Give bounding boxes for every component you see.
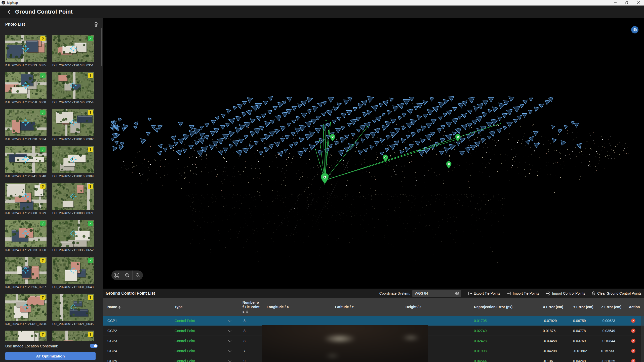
- photo-item[interactable]: ✓DJI_20240517121333_0650...: [5, 220, 47, 251]
- photo-status-badge: ?: [40, 258, 46, 263]
- photo-filename: DJI_20240517120741_0348...: [5, 174, 47, 178]
- gcp-cell-x_err: 0.01876: [542, 329, 572, 333]
- delete-gcp-button[interactable]: ×: [631, 329, 635, 333]
- gcp-type-dropdown[interactable]: Control Point: [174, 349, 242, 353]
- gcp-marker[interactable]: [330, 134, 335, 141]
- photo-list-sidebar: Photo List ?DJI_20240517120813_0385...✓D…: [0, 18, 103, 362]
- gcp-type-dropdown[interactable]: Control Point: [174, 359, 242, 362]
- zoom-out-button[interactable]: [133, 270, 143, 280]
- photo-filename: DJI_20240517120743_0351...: [52, 63, 94, 67]
- photo-filename: DJI_20240517121335_0652...: [52, 248, 94, 252]
- back-button[interactable]: [6, 9, 13, 15]
- restore-button[interactable]: [621, 0, 632, 6]
- gcp-type-value: Control Point: [175, 339, 195, 343]
- gcp-type-value: Control Point: [175, 359, 195, 362]
- photo-status-badge: ?: [88, 73, 93, 78]
- photo-item[interactable]: ?: [5, 331, 47, 341]
- photo-item[interactable]: ✓DJI_20240517121331_0648...: [52, 257, 94, 288]
- screenshot-camera-button[interactable]: [631, 26, 638, 33]
- delete-gcp-button[interactable]: ×: [631, 359, 635, 362]
- photo-filename: DJI_20240517121333_0650...: [5, 248, 47, 252]
- gcp-crosshair-icon: [70, 193, 77, 200]
- photo-status-badge: ?: [40, 295, 46, 300]
- photo-item[interactable]: ?DJI_20240517120800_0371...: [52, 183, 94, 214]
- photo-item[interactable]: ✓DJI_20240517121320_0634...: [5, 109, 47, 141]
- export-icon: [468, 291, 472, 295]
- gcp-cell-y_err: 0.06759: [572, 319, 600, 323]
- delete-photos-button[interactable]: [94, 22, 99, 27]
- gcp-crosshair-icon: [22, 45, 29, 52]
- photo-filename: DJI_20240517120810_0382...: [52, 137, 94, 141]
- 3d-viewport[interactable]: [103, 18, 644, 289]
- gcp-crosshair-icon: [70, 230, 77, 237]
- photo-item[interactable]: ✓DJI_20240517120743_0351...: [52, 35, 94, 67]
- export-tie-points-button[interactable]: Export Tie Points: [468, 291, 500, 295]
- page-title: Ground Control Point: [15, 9, 73, 15]
- gcp-cell-reproj: 0.04544: [473, 359, 542, 362]
- column-header-reproj: Reprojection Error (px): [473, 298, 542, 316]
- gcp-cell-reproj: 0.01908: [473, 349, 542, 353]
- gcp-type-dropdown[interactable]: Control Point: [174, 329, 242, 333]
- fit-view-icon: [114, 273, 119, 278]
- column-header-z_err: Z Error (cm): [600, 298, 628, 316]
- photo-thumbnail: ?: [52, 146, 94, 173]
- image-location-constraint-toggle[interactable]: [90, 344, 98, 348]
- close-button[interactable]: [632, 0, 644, 6]
- coordinate-system-input[interactable]: WGS 84: [412, 290, 461, 297]
- photo-item[interactable]: ?DJI_20240517121431_0708...: [5, 294, 47, 325]
- photo-item[interactable]: ✓DJI_20240517120741_0348...: [5, 146, 47, 177]
- gcp-cell-name: GCP1: [103, 319, 174, 323]
- gcp-crosshair-icon: [70, 156, 77, 163]
- import-tie-points-button[interactable]: Import Tie Points: [507, 291, 539, 295]
- delete-gcp-button[interactable]: ×: [631, 349, 635, 353]
- column-header-tie_points[interactable]: Number of Tie Points: [242, 298, 266, 316]
- photo-thumbnail: ?: [52, 72, 94, 99]
- minimize-button[interactable]: [609, 0, 621, 6]
- column-header-name[interactable]: Name: [103, 298, 174, 316]
- photo-item[interactable]: ?DJI_20240517121321_0635...: [52, 294, 94, 325]
- photo-item[interactable]: ✓DJI_20240517121335_0652...: [52, 220, 94, 251]
- photo-filename: DJI_20240517120800_0371...: [52, 211, 94, 215]
- photo-thumbnail: ?: [5, 183, 47, 210]
- clear-gcp-label: Clear Ground Control Points: [597, 291, 641, 295]
- gcp-crosshair-icon: [70, 82, 77, 89]
- gcp-cell-y_err: 0.04248: [572, 359, 600, 362]
- photo-status-badge: ?: [88, 332, 93, 337]
- zoom-in-button[interactable]: [122, 270, 132, 280]
- photo-item[interactable]: ?DJI_20240517120813_0385...: [5, 35, 47, 67]
- gcp-crosshair-icon: [22, 119, 29, 126]
- gcp-marker[interactable]: [446, 161, 451, 168]
- photo-filename: DJI_20240517121320_0634...: [5, 137, 47, 141]
- back-chevron-icon: [8, 10, 12, 14]
- gcp-type-dropdown[interactable]: Control Point: [174, 339, 242, 343]
- fit-view-button[interactable]: [111, 270, 122, 280]
- gcp-marker[interactable]: [455, 134, 460, 141]
- delete-gcp-button[interactable]: ×: [631, 319, 635, 323]
- sidebar-footer: Use Image Location Constraint: AT Optimi…: [0, 341, 103, 362]
- gcp-row-gcp1[interactable]: GCP1Control Point80.01705-0.079290.06759…: [103, 316, 644, 326]
- import-circle-icon: [546, 291, 550, 296]
- photo-filename: DJI_20240517120556_0237...: [5, 285, 47, 289]
- selected-gcp-marker[interactable]: [321, 173, 329, 184]
- delete-gcp-button[interactable]: ×: [631, 339, 635, 343]
- photo-item[interactable]: ?: [52, 331, 94, 341]
- photo-item[interactable]: ?DJI_20240517120816_0389...: [52, 146, 94, 177]
- gcp-table-scrollbar[interactable]: [641, 316, 644, 362]
- photo-item[interactable]: ?DJI_20240517120556_0237...: [5, 257, 47, 288]
- import-control-points-button[interactable]: Import Control Points: [546, 291, 585, 296]
- photo-item[interactable]: ?DJI_20240517120808_0379...: [5, 183, 47, 214]
- photo-item[interactable]: ✓DJI_20240517120758_0368...: [5, 72, 47, 104]
- chevron-down-icon: [228, 319, 231, 322]
- photo-item[interactable]: ?DJI_20240517120810_0382...: [52, 109, 94, 141]
- photo-list-scrollbar[interactable]: [101, 28, 102, 66]
- coordinate-system-label: Coordinate System:: [379, 291, 410, 295]
- photo-filename: DJI_20240517121331_0648...: [52, 285, 94, 289]
- at-optimization-button[interactable]: AT Optimization: [5, 352, 96, 360]
- gcp-cell-y_err: 0.04778: [572, 329, 600, 333]
- gcp-type-dropdown[interactable]: Control Point: [174, 319, 242, 323]
- clear-gcp-button[interactable]: Clear Ground Control Points: [592, 291, 641, 295]
- photo-status-badge: ✓: [88, 258, 93, 263]
- photo-thumbnail: ?: [52, 109, 94, 136]
- import-icon: [507, 291, 511, 295]
- photo-item[interactable]: ?DJI_20240517120746_0354...: [52, 72, 94, 104]
